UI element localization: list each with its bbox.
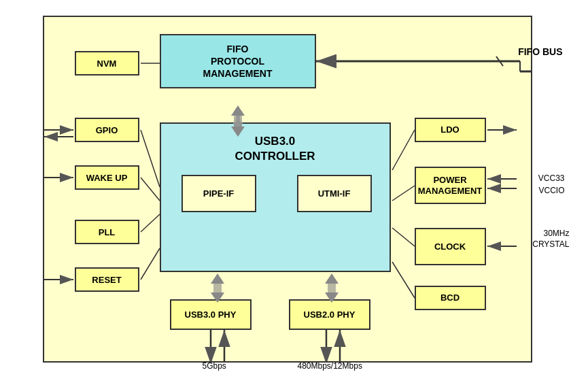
pipe-if-label: PIPE-IF	[203, 188, 235, 199]
fifo-label: FIFOPROTOCOLMANAGEMENT	[203, 43, 273, 80]
svg-line-41	[392, 262, 415, 298]
bcd-box: BCD	[415, 286, 486, 310]
svg-line-35	[141, 178, 160, 201]
clock-box: CLOCK	[415, 228, 486, 265]
usb2-phy-box: USB2.0 PHY	[289, 299, 370, 330]
gpio-box: GPIO	[75, 118, 139, 142]
reset-box: RESET	[75, 267, 139, 292]
power-mgmt-box: POWERMANAGEMENT	[415, 167, 486, 204]
svg-line-36	[141, 214, 160, 232]
svg-line-38	[392, 130, 415, 170]
speed-5g-label: 5Gbps	[203, 361, 226, 371]
outer-box: FIFOPROTOCOLMANAGEMENT USB3.0CONTROLLER …	[43, 16, 532, 363]
svg-marker-16	[211, 273, 224, 284]
wakeup-box: WAKE UP	[75, 165, 139, 190]
fifo-box: FIFOPROTOCOLMANAGEMENT	[160, 34, 316, 88]
utmi-if-box: UTMI-IF	[297, 175, 372, 212]
controller-box: USB3.0CONTROLLER PIPE-IF UTMI-IF	[160, 122, 391, 272]
pll-box: PLL	[75, 220, 139, 244]
svg-line-34	[141, 130, 160, 187]
ldo-box: LDO	[415, 118, 486, 142]
usb3-phy-box: USB3.0 PHY	[170, 299, 252, 330]
fifo-bus-label: FIFO BUS	[518, 46, 562, 57]
vccio-label: VCCIO	[538, 186, 564, 195]
svg-marker-19	[325, 273, 339, 284]
svg-line-39	[392, 186, 415, 201]
svg-line-40	[392, 228, 415, 246]
controller-label: USB3.0CONTROLLER	[161, 134, 390, 164]
crystal-label: 30MHzCRYSTAL	[532, 229, 569, 250]
vcc33-label: VCC33	[538, 173, 565, 183]
utmi-if-label: UTMI-IF	[318, 188, 351, 199]
svg-line-9	[496, 56, 503, 66]
svg-marker-13	[231, 105, 245, 116]
speed-480-label: 480Mbps/12Mbps	[298, 361, 362, 371]
nvm-box: NVM	[75, 51, 139, 76]
pipe-if-box: PIPE-IF	[181, 175, 256, 212]
svg-line-37	[141, 248, 160, 280]
